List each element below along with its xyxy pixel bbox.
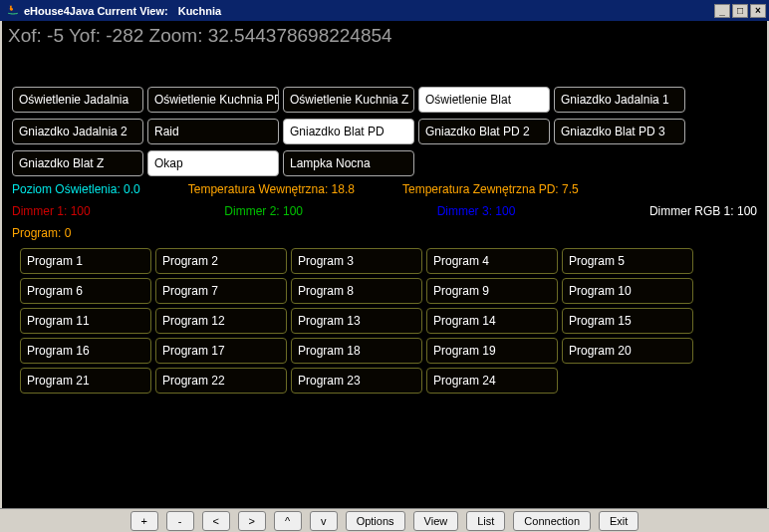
device-button[interactable]: Gniazdko Jadalnia 1 xyxy=(554,87,685,113)
window-close-button[interactable]: × xyxy=(750,4,766,18)
device-button[interactable]: Gniazdko Blat PD 3 xyxy=(554,119,685,144)
device-button[interactable]: Gniazdko Blat PD 2 xyxy=(418,119,550,144)
device-button[interactable]: Raid xyxy=(147,119,279,144)
program-button[interactable]: Program 10 xyxy=(562,278,693,304)
program-button[interactable]: Program 20 xyxy=(562,338,693,364)
device-button[interactable]: Oświetlenie Kuchnia PD xyxy=(147,87,279,113)
window-title-view: Kuchnia xyxy=(178,5,221,17)
window-title-app: eHouse4Java Current View: xyxy=(24,5,168,17)
connection-button[interactable]: Connection xyxy=(513,511,591,531)
program-button[interactable]: Program 16 xyxy=(20,338,151,364)
coord-zoom: 32.544378698224854 xyxy=(208,25,392,46)
bottom-toolbar: + - < > ^ v Options View List Connection… xyxy=(0,508,769,532)
device-button[interactable]: Oświetlenie Kuchnia Z xyxy=(283,87,414,113)
status-temp-in: Temperatura Wewnętrzna: 18.8 xyxy=(188,182,355,196)
program-button[interactable]: Program 3 xyxy=(291,248,422,274)
program-button[interactable]: Program 12 xyxy=(155,308,287,334)
status-row: Poziom Oświetlenia: 0.0 Temperatura Wewn… xyxy=(2,178,767,202)
options-button[interactable]: Options xyxy=(346,511,405,531)
dimmer-2: Dimmer 2: 100 xyxy=(224,204,436,218)
window-maximize-button[interactable]: □ xyxy=(732,4,748,18)
program-button[interactable]: Program 15 xyxy=(562,308,693,334)
dimmer-row: Dimmer 1: 100 Dimmer 2: 100 Dimmer 3: 10… xyxy=(2,202,767,226)
device-button[interactable]: Gniazdko Blat Z xyxy=(12,150,143,176)
zoom-out-button[interactable]: - xyxy=(166,511,194,531)
pan-right-button[interactable]: > xyxy=(238,511,266,531)
program-current: Program: 0 xyxy=(2,226,767,246)
program-button[interactable]: Program 4 xyxy=(426,248,558,274)
program-button[interactable]: Program 22 xyxy=(155,368,287,394)
viewport-coords: Xof: -5 Yof: -282 Zoom: 32.5443786982248… xyxy=(2,21,767,51)
dimmer-rgb: Dimmer RGB 1: 100 xyxy=(649,204,757,218)
zoom-in-button[interactable]: + xyxy=(130,511,158,531)
device-button[interactable]: Okap xyxy=(147,150,279,176)
status-light-level: Poziom Oświetlenia: 0.0 xyxy=(12,182,140,196)
device-button[interactable]: Gniazdko Jadalnia 2 xyxy=(12,119,143,144)
program-button[interactable]: Program 21 xyxy=(20,368,151,394)
coord-xof: -5 xyxy=(47,25,64,46)
window-titlebar: eHouse4Java Current View: Kuchnia _ □ × xyxy=(0,0,769,21)
app-canvas: Xof: -5 Yof: -282 Zoom: 32.5443786982248… xyxy=(0,21,769,508)
list-button[interactable]: List xyxy=(466,511,505,531)
pan-down-button[interactable]: v xyxy=(310,511,338,531)
coord-yof: -282 xyxy=(106,25,143,46)
program-button[interactable]: Program 6 xyxy=(20,278,151,304)
program-button[interactable]: Program 24 xyxy=(426,368,558,394)
device-button[interactable]: Oświetlenie Jadalnia xyxy=(12,87,143,113)
program-button[interactable]: Program 19 xyxy=(426,338,558,364)
device-button[interactable]: Gniazdko Blat PD xyxy=(283,119,414,144)
pan-left-button[interactable]: < xyxy=(202,511,230,531)
device-button[interactable]: Lampka Nocna xyxy=(283,150,414,176)
java-icon xyxy=(6,4,20,18)
window-minimize-button[interactable]: _ xyxy=(714,4,730,18)
status-temp-out: Temperatura Zewnętrzna PD: 7.5 xyxy=(402,182,579,196)
device-grid: Oświetlenie JadalniaOświetlenie Kuchnia … xyxy=(2,85,767,178)
program-button[interactable]: Program 13 xyxy=(291,308,422,334)
program-button[interactable]: Program 1 xyxy=(20,248,151,274)
program-button[interactable]: Program 5 xyxy=(562,248,693,274)
device-button[interactable]: Oświetlenie Blat xyxy=(418,87,550,113)
program-button[interactable]: Program 2 xyxy=(155,248,287,274)
exit-button[interactable]: Exit xyxy=(599,511,639,531)
dimmer-3: Dimmer 3: 100 xyxy=(437,204,649,218)
program-button[interactable]: Program 11 xyxy=(20,308,151,334)
program-button[interactable]: Program 7 xyxy=(155,278,287,304)
program-button[interactable]: Program 18 xyxy=(291,338,422,364)
program-button[interactable]: Program 8 xyxy=(291,278,422,304)
program-button[interactable]: Program 9 xyxy=(426,278,558,304)
dimmer-1: Dimmer 1: 100 xyxy=(12,204,224,218)
pan-up-button[interactable]: ^ xyxy=(274,511,302,531)
program-button[interactable]: Program 17 xyxy=(155,338,287,364)
view-button[interactable]: View xyxy=(413,511,459,531)
program-button[interactable]: Program 14 xyxy=(426,308,558,334)
program-grid: Program 1Program 2Program 3Program 4Prog… xyxy=(2,246,767,396)
program-button[interactable]: Program 23 xyxy=(291,368,422,394)
